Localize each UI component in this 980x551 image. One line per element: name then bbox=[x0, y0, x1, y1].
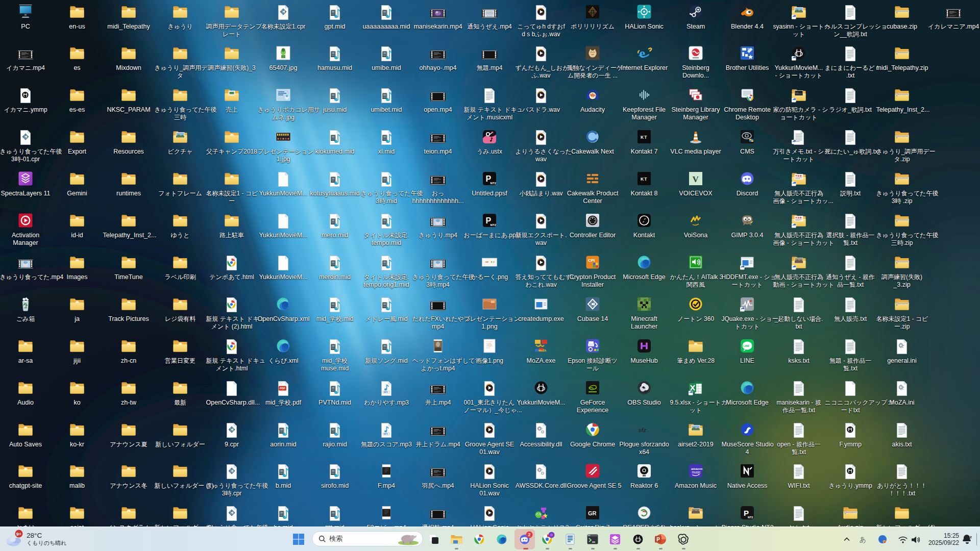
svg-text:9+: 9+ bbox=[16, 532, 21, 537]
svg-text:z: z bbox=[970, 535, 972, 539]
svg-text:P: P bbox=[656, 537, 660, 542]
svg-text:2: 2 bbox=[528, 532, 530, 537]
